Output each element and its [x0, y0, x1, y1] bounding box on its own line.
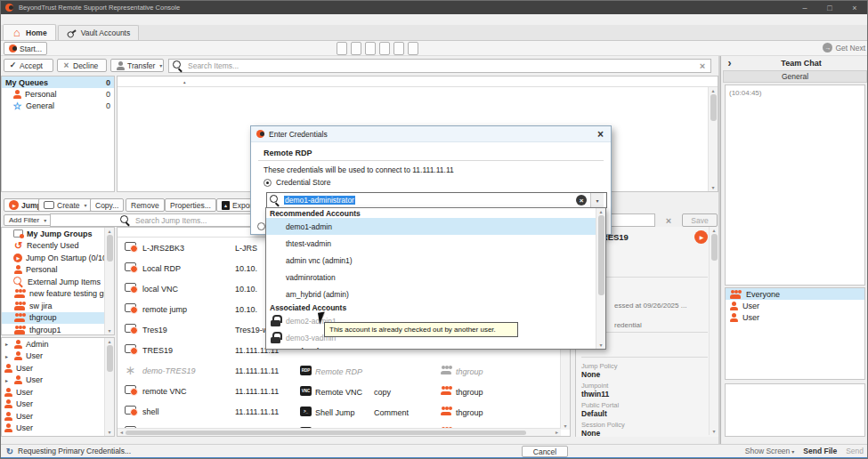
expand-arrow-icon[interactable] — [4, 353, 10, 359]
user-tree-item[interactable]: User — [2, 374, 114, 387]
jump-group-item[interactable]: Recently Used — [2, 240, 114, 253]
decline-button[interactable]: Decline — [57, 59, 107, 72]
jump-group-item[interactable]: My Jump Groups — [2, 228, 114, 240]
scroll-up-icon[interactable]: ▴ — [596, 208, 605, 215]
account-option[interactable]: vadminrotation — [266, 269, 596, 286]
tab[interactable]: Home — [3, 24, 56, 40]
jump-groups-scrollbar[interactable]: ▴ ▾ — [104, 228, 114, 334]
account-option[interactable]: demo1-admin — [266, 218, 596, 235]
expand-arrow-icon[interactable] — [4, 341, 10, 347]
session-button[interactable] — [351, 42, 361, 55]
account-option[interactable]: Recommended Accounts — [266, 208, 596, 218]
clear-search-icon[interactable] — [698, 61, 707, 70]
scroll-down-icon[interactable]: ▾ — [709, 184, 718, 191]
chat-member[interactable]: User — [726, 300, 864, 311]
jump-item-row[interactable]: remote VNC 11.111.11.11 VNC Remote VNC c… — [118, 381, 570, 401]
tab[interactable]: Vault Accounts — [58, 25, 140, 40]
scroll-down-icon[interactable]: ▾ — [105, 429, 114, 436]
jump-group-item[interactable]: External Jump Items — [2, 276, 114, 288]
jump-group-item[interactable]: Jump On Startup (0/10) — [2, 252, 114, 264]
account-option[interactable]: am_hybrid (admin) — [266, 286, 596, 302]
account-option[interactable]: thtest-vadmin — [266, 235, 596, 252]
user-tree-item[interactable]: User — [2, 362, 114, 374]
chat-member[interactable]: Everyone — [726, 288, 864, 300]
scroll-right-icon[interactable]: ▸ — [553, 429, 561, 436]
chat-log[interactable]: (10:04:45) — [725, 85, 865, 286]
queue-item[interactable]: General 0 — [2, 100, 114, 111]
clear-combo-icon[interactable] — [576, 195, 587, 205]
account-option[interactable]: admin vnc (admin1) — [266, 252, 596, 269]
create-button[interactable]: Create — [38, 198, 93, 212]
send-button[interactable]: Send — [846, 447, 864, 455]
account-option[interactable]: Associated Accounts — [266, 302, 596, 312]
transfer-button[interactable]: Transfer — [110, 59, 164, 72]
maximize-button[interactable]: □ — [820, 4, 840, 12]
session-button[interactable] — [393, 42, 404, 55]
accept-button[interactable]: Accept — [4, 59, 53, 72]
user-tree-item[interactable]: User — [2, 434, 114, 437]
session-button[interactable] — [408, 42, 418, 55]
user-tree-item[interactable]: User — [2, 410, 114, 423]
scroll-up-icon[interactable]: ▴ — [105, 228, 114, 235]
scroll-down-icon[interactable]: ▾ — [105, 327, 114, 334]
combo-dropdown-icon[interactable] — [590, 193, 604, 207]
queue-table-scrollbar[interactable]: ▴ ▾ — [708, 87, 718, 191]
close-button[interactable]: × — [845, 4, 864, 12]
collapse-chevron-icon[interactable] — [726, 59, 734, 68]
jump-group-item[interactable]: sw jira — [2, 300, 114, 312]
scroll-up-icon[interactable]: ▴ — [710, 227, 718, 234]
add-filter-button[interactable]: Add Filter — [4, 214, 52, 226]
remove-button[interactable]: Remove — [126, 198, 165, 212]
search-items-box[interactable]: Search Items... — [168, 59, 711, 73]
jump-table-hscrollbar[interactable]: ◂ ▸ — [118, 428, 561, 436]
credential-search-combo[interactable]: demo1-administrator — [266, 192, 607, 208]
scroll-up-icon[interactable]: ▴ — [709, 87, 718, 94]
user-tree-item[interactable]: User — [2, 399, 114, 411]
dialog-close-icon[interactable] — [596, 129, 605, 139]
jump-group-item[interactable]: Personal — [2, 264, 114, 277]
expand-arrow-icon[interactable] — [4, 377, 10, 383]
cancel-request-button[interactable]: Cancel — [522, 446, 568, 457]
scroll-down-icon[interactable]: ▾ — [561, 423, 570, 430]
clear-filter-icon[interactable] — [664, 217, 673, 226]
accounts-scrollbar[interactable]: ▴ ▾ — [596, 208, 605, 349]
copy-button[interactable]: Copy... — [90, 198, 124, 212]
scroll-thumb[interactable] — [711, 234, 718, 261]
minimize-button[interactable]: – — [795, 4, 815, 12]
details-scrollbar[interactable]: ▴ ▾ — [709, 227, 718, 435]
start-session-button[interactable]: Start... — [4, 42, 47, 55]
user-tree-item[interactable]: User — [2, 423, 114, 435]
scroll-thumb[interactable] — [710, 94, 717, 121]
show-screen-button[interactable]: Show Screen — [745, 447, 795, 455]
scroll-thumb[interactable] — [598, 215, 604, 295]
second-radio-icon[interactable] — [257, 222, 265, 230]
credential-store-radio[interactable]: Credential Store — [264, 178, 330, 187]
chat-channel-tab[interactable]: General — [723, 70, 867, 83]
session-button[interactable] — [337, 42, 347, 55]
radio-selected-icon[interactable] — [264, 179, 272, 187]
users-scrollbar[interactable]: ▴ ▾ — [104, 338, 114, 436]
chat-member[interactable]: User — [726, 311, 864, 323]
properties-button[interactable]: Properties... — [165, 198, 216, 212]
scroll-up-icon[interactable]: ▴ — [105, 338, 114, 345]
user-tree-item[interactable]: User — [2, 386, 114, 399]
send-file-button[interactable]: Send File — [803, 447, 837, 455]
queue-my-queues[interactable]: My Queues 0 — [2, 76, 114, 88]
scroll-down-icon[interactable]: ▾ — [710, 428, 718, 435]
chat-input[interactable] — [725, 383, 865, 437]
scroll-down-icon[interactable]: ▾ — [596, 342, 605, 349]
jump-item-row[interactable]: shell 11.111.11.11 >_ Shell Jump Comment… — [118, 401, 570, 422]
dialog-title-bar[interactable]: Enter Credentials — [251, 126, 611, 142]
get-next-button[interactable]: Get Next — [823, 43, 865, 52]
jump-item-row[interactable]: demo-TRES19 11.111.11.11 RDP Remote RDP … — [118, 360, 570, 381]
scroll-left-icon[interactable]: ◂ — [118, 429, 126, 436]
jump-group-item[interactable]: thgroup — [2, 312, 114, 325]
user-tree-item[interactable]: User — [2, 350, 114, 363]
start-jump-play-icon[interactable] — [694, 230, 708, 244]
session-button[interactable] — [379, 42, 390, 55]
scroll-thumb[interactable] — [107, 235, 113, 262]
jump-group-item[interactable]: thgroup1 — [2, 324, 114, 335]
scroll-thumb[interactable] — [107, 345, 113, 372]
account-option[interactable]: Unassociated Accounts — [266, 346, 596, 350]
queue-item[interactable]: Personal 0 — [2, 88, 114, 100]
